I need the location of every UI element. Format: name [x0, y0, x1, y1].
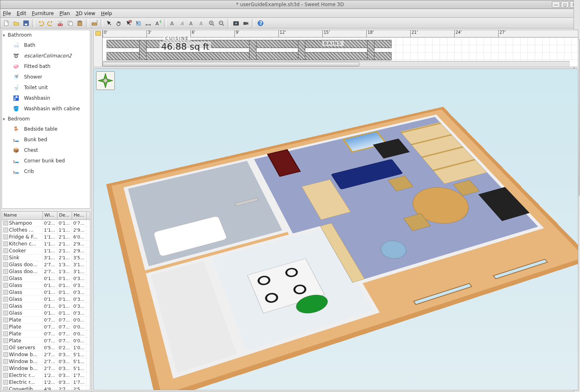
3d-nav-widget[interactable] [96, 71, 115, 90]
plan-room-label-cuisine: CUISINE [164, 36, 190, 41]
table-row[interactable]: Glass0'1...0'1...0'3... [2, 275, 90, 282]
table-row[interactable]: Glass doo...2'7...1'3...3'1... [2, 268, 90, 275]
catalog-item[interactable]: 🛏️Bunk bed [2, 134, 90, 145]
table-row[interactable]: Cooker1'1...2'1...2'9... [2, 247, 90, 254]
cell-width: 1'1... [43, 234, 57, 240]
plan-scrollbar-h[interactable] [103, 61, 570, 67]
catalog-item-label: escalierColimacon2 [24, 53, 72, 59]
catalog-item[interactable]: 🪑Bedside table [2, 124, 90, 134]
cut-button[interactable] [56, 19, 65, 27]
video-button[interactable] [241, 19, 250, 27]
menu-file[interactable]: File [3, 11, 11, 16]
table-row[interactable]: Window b...2'7...0'3...5'1... [2, 358, 90, 365]
wall-tool-button[interactable] [124, 19, 133, 27]
paste-button[interactable] [75, 19, 84, 27]
view-3d[interactable] [93, 68, 578, 390]
cell-depth: 0'7... [57, 337, 72, 344]
table-row[interactable]: Kitchen c...1'1...2'1...2'9... [2, 241, 90, 247]
select-tool-button[interactable] [105, 19, 114, 27]
menu-help[interactable]: Help [101, 11, 112, 16]
save-file-button[interactable] [22, 19, 31, 27]
menu-3dview[interactable]: 3D view [76, 11, 95, 16]
text-style-button[interactable]: A [188, 19, 197, 27]
maximize-button[interactable]: ◻ [561, 1, 569, 8]
table-row[interactable]: Electric r...1'2...0'3...1'7... [2, 379, 90, 386]
row-icon [3, 366, 8, 371]
table-row[interactable]: Oil servers0'5...0'2...1'0... [2, 344, 90, 351]
text-plain-button[interactable]: A [197, 19, 206, 27]
zoom-in-button[interactable] [207, 19, 216, 27]
table-row[interactable]: Window b...2'7...0'3...5'1... [2, 351, 90, 358]
furniture-icon: ➰ [11, 52, 21, 60]
catalog-item[interactable]: 🛏️Corner bunk bed [2, 155, 90, 166]
catalog-item[interactable]: 🚰Washbasin [2, 93, 90, 103]
table-row[interactable]: Clothes ...1'1...1'1...2'9... [2, 227, 90, 234]
table-row[interactable]: Plate0'7...0'7...0'0... [2, 324, 90, 331]
table-row[interactable]: Plate0'7...0'7...0'0... [2, 317, 90, 324]
open-file-button[interactable] [12, 19, 21, 27]
svg-marker-30 [107, 79, 113, 82]
copy-button[interactable] [66, 19, 74, 27]
text-tool-button[interactable]: A+ [153, 19, 162, 27]
catalog-item[interactable]: 🚽Toilet unit [2, 82, 90, 93]
table-row[interactable]: Glass doo...2'7...1'3...3'1... [2, 261, 90, 268]
svg-text:A: A [189, 21, 193, 26]
catalog-item[interactable]: 🧼Fitted bath [2, 61, 90, 72]
pan-tool-button[interactable] [114, 19, 123, 27]
add-furniture-button[interactable]: + [90, 19, 99, 27]
text-bold-button[interactable]: A [168, 19, 177, 27]
col-header-name[interactable]: Name [2, 212, 43, 219]
table-row[interactable]: Glass0'1...0'1...0'3... [2, 310, 90, 317]
undo-button[interactable] [36, 19, 45, 27]
ruler-tick: 15' [322, 30, 330, 37]
catalog-item[interactable]: ➰escalierColimacon2 [2, 50, 90, 61]
table-row[interactable]: Glass0'1...0'1...0'3... [2, 289, 90, 296]
zoom-out-button[interactable] [217, 19, 226, 27]
col-header-height[interactable]: He... [72, 212, 87, 219]
table-row[interactable]: Shampoo0'2...0'1...0'7... [2, 220, 90, 227]
catalog-item[interactable]: 🚿Shower [2, 72, 90, 82]
cell-name: Plate [9, 324, 21, 330]
table-row[interactable]: Electric r...1'2...0'3...1'7... [2, 372, 90, 379]
table-row[interactable]: Glass0'1...0'1...0'3... [2, 282, 90, 289]
redo-button[interactable] [46, 19, 55, 27]
catalog-group[interactable]: ▾Bathroom [2, 30, 90, 40]
menu-furniture[interactable]: Furniture [32, 11, 54, 16]
table-row[interactable]: Plate0'7...0'7...0'0... [2, 337, 90, 344]
menu-edit[interactable]: Edit [17, 11, 26, 16]
help-button[interactable]: ? [256, 19, 265, 27]
table-row[interactable]: Sink3'1...2'1...3'5... [2, 254, 90, 261]
plan-canvas[interactable]: 46.88 sq ft CUISINE BAINS [103, 37, 578, 61]
furniture-icon: 🪑 [11, 125, 21, 133]
table-row[interactable]: Glass0'1...0'1...0'3... [2, 296, 90, 303]
furniture-catalog[interactable]: ▾Bathroom🛁Bath➰escalierColimacon2🧼Fitted… [2, 30, 90, 209]
table-row[interactable]: Glass0'1...0'1...0'3... [2, 303, 90, 310]
photo-button[interactable] [232, 19, 241, 27]
ruler-tick: 27' [498, 30, 506, 37]
text-italic-button[interactable]: A [178, 19, 187, 27]
plan-2d-view[interactable]: 0'3'6'9'12'15'18'21'24'27' 46.88 sq ft C… [93, 30, 578, 67]
menu-plan[interactable]: Plan [59, 11, 70, 16]
table-row[interactable]: Plate0'7...0'7...0'0... [2, 331, 90, 337]
cell-width: 1'1... [43, 247, 57, 254]
room-tool-button[interactable] [134, 19, 143, 27]
catalog-item[interactable]: 🪣Washbasin with cabine [2, 103, 90, 114]
expand-icon: ▾ [3, 117, 8, 121]
cell-height: 3'1... [72, 261, 87, 268]
furniture-list-rows[interactable]: Shampoo0'2...0'1...0'7...Clothes ...1'1.… [2, 220, 90, 390]
minimize-button[interactable]: — [552, 1, 560, 8]
table-row[interactable]: Fridge & F...1'1...2'1...6'0... [2, 234, 90, 241]
catalog-item[interactable]: 📦Chest [2, 145, 90, 155]
new-file-button[interactable] [2, 19, 11, 27]
table-row[interactable]: Convertib...4'9...2'7...2'5... [2, 386, 90, 390]
catalog-item[interactable]: 🛏️Crib [2, 166, 90, 177]
cell-width: 2'7... [43, 261, 57, 268]
catalog-item[interactable]: 🛁Bath [2, 40, 90, 50]
furniture-list-header[interactable]: Name Wi... De... He... [2, 212, 90, 220]
dimension-tool-button[interactable] [144, 19, 153, 27]
table-row[interactable]: Window b...2'7...0'3...5'1... [2, 365, 90, 372]
furniture-icon: 🛁 [11, 41, 21, 49]
col-header-depth[interactable]: De... [57, 212, 72, 219]
catalog-group[interactable]: ▾Bedroom [2, 114, 90, 124]
col-header-width[interactable]: Wi... [43, 212, 57, 219]
